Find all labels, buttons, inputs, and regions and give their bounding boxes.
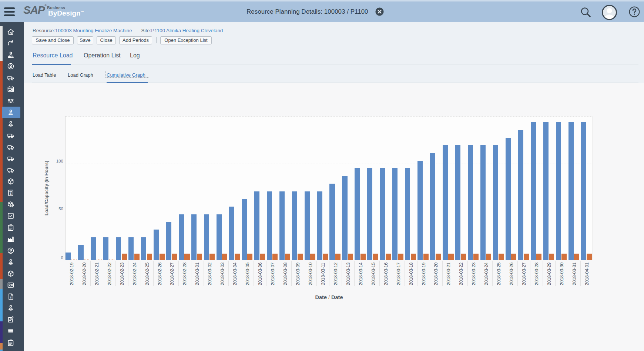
svg-text:$: $ — [10, 192, 12, 195]
svg-text:$: $ — [10, 296, 12, 299]
